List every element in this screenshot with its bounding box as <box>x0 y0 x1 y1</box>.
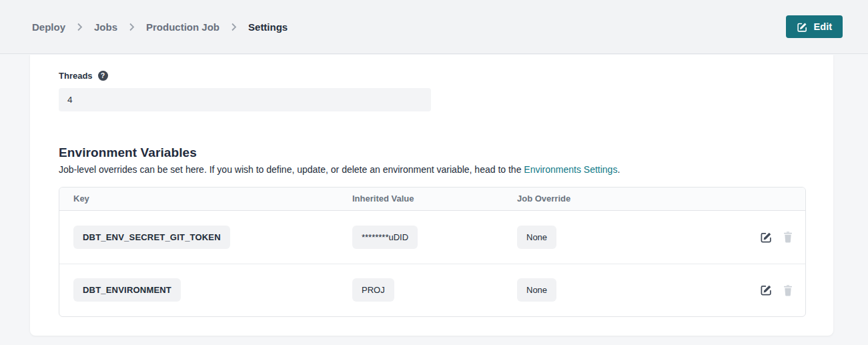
breadcrumb-deploy[interactable]: Deploy <box>32 21 65 33</box>
edit-pencil-icon <box>797 21 808 33</box>
description-text: Job-level overrides can be set here. If … <box>59 164 524 175</box>
environment-variables-section: Environment Variables Job-level override… <box>59 145 806 317</box>
settings-card: Threads ? 4 Environment Variables Job-le… <box>30 55 833 336</box>
section-description: Job-level overrides can be set here. If … <box>59 164 806 176</box>
breadcrumb-production-job[interactable]: Production Job <box>146 21 220 33</box>
env-var-job-override: None <box>517 226 556 249</box>
breadcrumb-settings: Settings <box>248 21 288 33</box>
chevron-right-icon <box>129 23 135 31</box>
threads-value: 4 <box>67 95 73 105</box>
column-header-job-override: Job Override <box>517 194 664 204</box>
env-var-key: DBT_ENV_SECRET_GIT_TOKEN <box>73 226 230 249</box>
chevron-right-icon <box>77 23 83 31</box>
breadcrumb-jobs[interactable]: Jobs <box>94 21 117 33</box>
row-edit-icon[interactable] <box>760 284 773 296</box>
env-vars-table: Key Inherited Value Job Override DBT_ENV… <box>59 187 806 317</box>
section-title: Environment Variables <box>59 145 806 160</box>
row-delete-trash-icon[interactable] <box>783 284 793 296</box>
column-header-inherited-value: Inherited Value <box>352 194 517 204</box>
env-var-inherited-value: PROJ <box>352 278 394 302</box>
env-var-key: DBT_ENVIRONMENT <box>73 278 181 302</box>
breadcrumb: Deploy Jobs Production Job Settings <box>32 21 288 33</box>
help-icon[interactable]: ? <box>98 71 108 81</box>
description-period: . <box>617 164 620 175</box>
threads-field-label-row: Threads ? <box>59 71 806 81</box>
environments-settings-link[interactable]: Environments Settings <box>524 164 617 175</box>
row-edit-icon[interactable] <box>760 231 773 244</box>
row-delete-trash-icon[interactable] <box>783 231 793 243</box>
threads-input[interactable]: 4 <box>59 88 431 111</box>
table-row: DBT_ENVIRONMENT PROJ None <box>59 264 805 316</box>
table-row: DBT_ENV_SECRET_GIT_TOKEN ********uDID No… <box>59 211 805 264</box>
column-header-key: Key <box>73 194 352 204</box>
top-bar: Deploy Jobs Production Job Settings Edit <box>0 0 868 54</box>
threads-label: Threads <box>59 71 93 81</box>
env-var-job-override: None <box>517 278 556 302</box>
chevron-right-icon <box>231 23 237 31</box>
env-var-inherited-value: ********uDID <box>352 226 418 249</box>
table-header-row: Key Inherited Value Job Override <box>59 188 805 211</box>
edit-button[interactable]: Edit <box>786 15 843 38</box>
edit-button-label: Edit <box>814 21 832 32</box>
